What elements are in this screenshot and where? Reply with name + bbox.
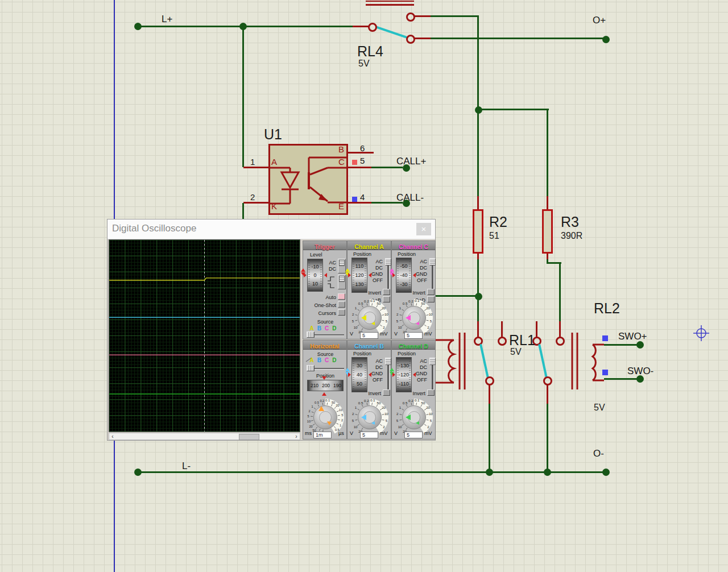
scroll-left-icon[interactable]: ‹ [109,433,116,440]
one-shot-button[interactable] [338,301,345,308]
r3-resistor-body[interactable] [542,209,553,254]
panel-header: Channel B [348,341,391,350]
trigger-source-slider[interactable] [307,331,344,338]
pin-segment [547,385,548,404]
gnd-label: GND [413,371,427,376]
scrollbar-thumb[interactable] [239,434,259,440]
pin-segment [243,167,268,168]
trigger-coupling-toggle[interactable] [338,259,346,273]
channel-b-scale-value[interactable]: 5 [360,432,378,438]
wire-segment [477,297,479,321]
window-titlebar[interactable]: Digital Oscilloscope × [107,219,435,239]
r3-ref[interactable]: R3 [561,214,579,230]
horizontal-position-thumbwheel[interactable]: 210 200 190 [307,380,344,391]
r2-resistor-body[interactable] [473,209,483,254]
svg-text:50: 50 [332,401,335,404]
unit-v-label: V [394,331,398,337]
trigger-source-channels[interactable]: ABCD [303,325,346,331]
source-channel-b[interactable]: B [317,325,325,331]
channel-d-scale-value[interactable]: 5 [404,432,423,438]
source-channel-a[interactable]: A [310,357,317,363]
svg-text:1: 1 [311,405,313,408]
channel-d-coupling-slider[interactable] [432,358,433,390]
channel-a-scale-value[interactable]: 5 [360,332,378,339]
channel-c-position-thumbwheel[interactable]: -50 -40 -30 [396,258,412,293]
wire-segment [547,404,548,473]
svg-text:5: 5 [308,415,309,418]
source-channel-b[interactable]: B [317,357,325,363]
cursors-button[interactable] [338,309,345,316]
pin-segment [243,202,268,204]
wheel-arrow [322,392,326,396]
u1-pin-number: 1 [250,157,255,167]
rl4-ref[interactable]: RL4 [357,43,383,60]
pin-segment [501,321,503,338]
channel-b-coupling-slider[interactable] [387,358,389,390]
invert-label: Invert [362,290,381,296]
pin-state-marker-blue [602,335,608,341]
scroll-right-icon[interactable]: › [293,433,300,440]
rl1-switch-arm[interactable] [479,344,489,378]
svg-text:50: 50 [377,301,380,305]
scope-h-scrollbar[interactable]: ‹ › [109,433,300,440]
channel-c-invert-button[interactable] [427,289,435,295]
ac-label: AC [369,358,383,364]
horizontal-source-slider[interactable] [307,365,344,371]
trigger-level-thumbwheel[interactable]: -10 0 10 [307,259,323,292]
channel-c-scale-value[interactable]: 5 [404,332,423,339]
channel-a-invert-button[interactable] [383,289,390,295]
rl1-switch-arm[interactable] [538,344,548,378]
channel-a-coupling-slider[interactable] [387,259,389,291]
schematic-canvas: L+ RL4 5V O+ U1 A K [0,0,728,572]
rl1-contact [498,337,507,346]
trigger-edge-toggle[interactable] [338,275,346,289]
pin-state-marker-red [352,160,357,165]
channel-b-position-thumbwheel[interactable]: 30 40 50 [351,357,367,392]
channel-c-coupling-slider[interactable] [432,259,433,291]
svg-text:1: 1 [399,405,402,409]
panel-header: Channel A [348,241,391,250]
auto-button[interactable] [338,293,345,300]
svg-text:10: 10 [429,412,433,416]
source-channel-c[interactable]: C [325,325,332,331]
svg-text:20: 20 [336,404,339,407]
source-channel-a[interactable]: A [310,325,317,331]
close-icon[interactable]: × [416,223,431,235]
wire-segment [604,344,637,346]
u1-ref[interactable]: U1 [264,126,282,143]
wire-segment [477,15,479,110]
r3-value: 390R [561,231,582,241]
svg-text:1: 1 [355,405,357,409]
rl1-ref[interactable]: RL1 [509,332,535,349]
channel-a-position-thumbwheel[interactable]: 110 120 130 [351,258,367,293]
pin-segment [489,385,490,404]
svg-text:2: 2 [396,312,399,316]
cursors-label: Cursors [307,310,336,316]
channel-d-invert-button[interactable] [427,389,435,396]
wire-segment [559,262,561,321]
source-channel-d[interactable]: D [332,325,340,331]
svg-text:0.5: 0.5 [358,401,363,405]
svg-text:5: 5 [430,418,432,422]
channel-b-invert-button[interactable] [383,389,390,396]
source-channel-c[interactable]: C [325,357,332,363]
wire-segment [431,38,605,39]
off-label: OFF [369,277,383,283]
dc-label: DC [325,266,336,272]
rl4-switch-arm[interactable] [375,26,407,39]
rl1-coil[interactable] [431,330,471,395]
svg-text:5: 5 [396,418,399,422]
wire-segment [547,110,548,196]
source-channel-d[interactable]: D [332,357,340,363]
channel-d-position-thumbwheel[interactable]: -130 -120 -110 [396,357,412,392]
rl2-ref[interactable]: RL2 [594,300,620,317]
u1-pin-label-c: C [338,157,345,167]
horizontal-source-channels[interactable]: ABCD [303,357,346,363]
source-label: Source [303,319,348,325]
timebase-value[interactable]: 1m [313,432,332,438]
r2-ref[interactable]: R2 [489,214,507,230]
svg-text:0.2: 0.2 [408,399,413,403]
svg-text:5: 5 [352,418,354,422]
pin-segment [415,38,431,39]
ac-label: AC [325,260,336,266]
